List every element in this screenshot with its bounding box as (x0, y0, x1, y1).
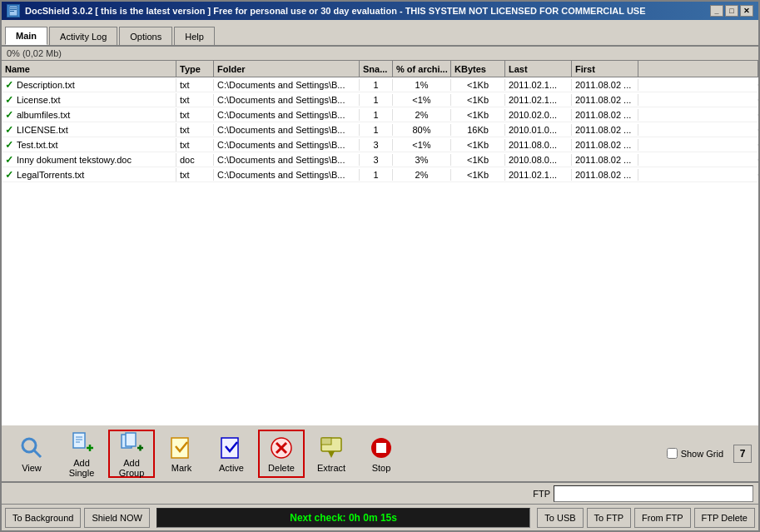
td-pct-5: 3% (393, 154, 451, 166)
stop-button[interactable]: Stop (358, 430, 405, 478)
td-first-6: 2011.08.02 ... (572, 169, 638, 181)
td-last-6: 2011.02.1... (505, 169, 572, 181)
td-folder-3: C:\Documents and Settings\B... (214, 124, 360, 136)
td-type-2: txt (176, 109, 214, 121)
td-type-5: doc (176, 154, 214, 166)
table-row[interactable]: ✓ LICENSE.txt txt C:\Documents and Setti… (2, 122, 758, 137)
th-extra (638, 61, 758, 77)
td-name-6: ✓ LegalTorrents.txt (2, 168, 176, 181)
td-pct-1: <1% (393, 94, 451, 106)
check-icon-5: ✓ (5, 154, 13, 166)
svg-rect-3 (10, 11, 14, 12)
close-button[interactable]: ✕ (740, 5, 753, 17)
tab-help[interactable]: Help (174, 27, 215, 45)
td-extra-6 (638, 174, 758, 176)
td-folder-5: C:\Documents and Settings\B... (214, 154, 360, 166)
table-row[interactable]: ✓ LegalTorrents.txt txt C:\Documents and… (2, 167, 758, 182)
svg-rect-17 (221, 438, 238, 458)
th-name: Name (2, 61, 176, 77)
tab-options[interactable]: Options (119, 27, 172, 45)
mark-button[interactable]: Mark (158, 430, 205, 478)
status-top: 0% (0,02 Mb) (2, 47, 758, 61)
td-type-0: txt (176, 79, 214, 91)
td-pct-3: 80% (393, 124, 451, 136)
window-title: DocShield 3.0.2 [ this is the latest ver… (25, 6, 646, 16)
ftp-delete-button[interactable]: FTP Delete (694, 508, 755, 528)
td-sna-2: 1 (360, 109, 393, 121)
svg-rect-16 (171, 438, 188, 458)
app-icon (7, 4, 20, 17)
td-last-0: 2011.02.1... (505, 79, 572, 91)
td-name-1: ✓ License.txt (2, 93, 176, 107)
td-sna-5: 3 (360, 154, 393, 166)
svg-rect-25 (376, 443, 386, 453)
delete-icon (268, 435, 295, 461)
add-group-button[interactable]: Add Group (108, 430, 155, 478)
td-extra-1 (638, 99, 758, 101)
svg-rect-6 (73, 433, 85, 448)
td-last-1: 2011.02.1... (505, 94, 572, 106)
active-button[interactable]: Active (208, 430, 255, 478)
td-last-3: 2010.01.0... (505, 124, 572, 136)
ftp-input[interactable] (554, 485, 753, 502)
td-name-0: ✓ Description.txt (2, 78, 176, 92)
td-last-4: 2011.08.0... (505, 139, 572, 151)
table-row[interactable]: ✓ License.txt txt C:\Documents and Setti… (2, 92, 758, 107)
td-pct-0: 1% (393, 79, 451, 91)
view-button[interactable]: View (8, 430, 55, 478)
check-icon-1: ✓ (5, 94, 13, 106)
table-body: ✓ Description.txt txt C:\Documents and S… (2, 77, 758, 424)
delete-button[interactable]: Delete (258, 430, 305, 478)
td-folder-1: C:\Documents and Settings\B... (214, 94, 360, 106)
table-header: Name Type Folder Sna... % of archi... KB… (2, 61, 758, 77)
td-first-3: 2011.08.02 ... (572, 124, 638, 136)
from-ftp-button[interactable]: From FTP (634, 508, 691, 528)
td-sna-0: 1 (360, 79, 393, 91)
shield-now-button[interactable]: Shield NOW (84, 508, 150, 528)
table-row[interactable]: ✓ Inny dokument tekstowy.doc doc C:\Docu… (2, 152, 758, 167)
check-icon-0: ✓ (5, 79, 13, 91)
td-folder-4: C:\Documents and Settings\B... (214, 139, 360, 151)
th-sna: Sna... (360, 61, 393, 77)
td-kb-4: <1Kb (451, 139, 505, 151)
show-grid-checkbox[interactable] (667, 448, 678, 459)
td-last-2: 2010.02.0... (505, 109, 572, 121)
td-pct-6: 2% (393, 169, 451, 181)
extract-button[interactable]: Extract (308, 430, 355, 478)
td-name-2: ✓ albumfiles.txt (2, 108, 176, 122)
tab-activity-log[interactable]: Activity Log (49, 27, 117, 45)
toolbar: View Add Single (2, 424, 758, 482)
table-row[interactable]: ✓ Description.txt txt C:\Documents and S… (2, 77, 758, 92)
table-row[interactable]: ✓ albumfiles.txt txt C:\Documents and Se… (2, 107, 758, 122)
svg-rect-1 (10, 7, 17, 8)
svg-rect-13 (126, 433, 136, 446)
to-usb-button[interactable]: To USB (537, 508, 583, 528)
check-icon-3: ✓ (5, 124, 13, 136)
td-name-3: ✓ LICENSE.txt (2, 123, 176, 137)
th-kb: KBytes (451, 61, 505, 77)
tab-main[interactable]: Main (5, 27, 47, 45)
td-folder-2: C:\Documents and Settings\B... (214, 109, 360, 121)
svg-rect-2 (10, 9, 17, 10)
table-row[interactable]: ✓ Test.txt.txt txt C:\Documents and Sett… (2, 137, 758, 152)
td-name-5: ✓ Inny dokument tekstowy.doc (2, 153, 176, 167)
td-kb-5: <1Kb (451, 154, 505, 166)
td-folder-6: C:\Documents and Settings\B... (214, 169, 360, 181)
maximize-button[interactable]: □ (725, 5, 738, 17)
td-kb-0: <1Kb (451, 79, 505, 91)
td-first-0: 2011.08.02 ... (572, 79, 638, 91)
td-folder-0: C:\Documents and Settings\B... (214, 79, 360, 91)
th-last: Last (505, 61, 572, 77)
td-first-4: 2011.08.02 ... (572, 139, 638, 151)
check-icon-4: ✓ (5, 139, 13, 151)
to-background-button[interactable]: To Background (5, 508, 81, 528)
show-grid-area: Show Grid (667, 448, 723, 459)
td-extra-3 (638, 129, 758, 131)
add-single-button[interactable]: Add Single (58, 430, 105, 478)
check-icon-6: ✓ (5, 169, 13, 181)
badge: 7 (733, 445, 752, 463)
to-ftp-button[interactable]: To FTP (587, 508, 631, 528)
td-extra-0 (638, 84, 758, 86)
minimize-button[interactable]: _ (710, 5, 723, 17)
ftp-bar: FTP (2, 482, 758, 504)
